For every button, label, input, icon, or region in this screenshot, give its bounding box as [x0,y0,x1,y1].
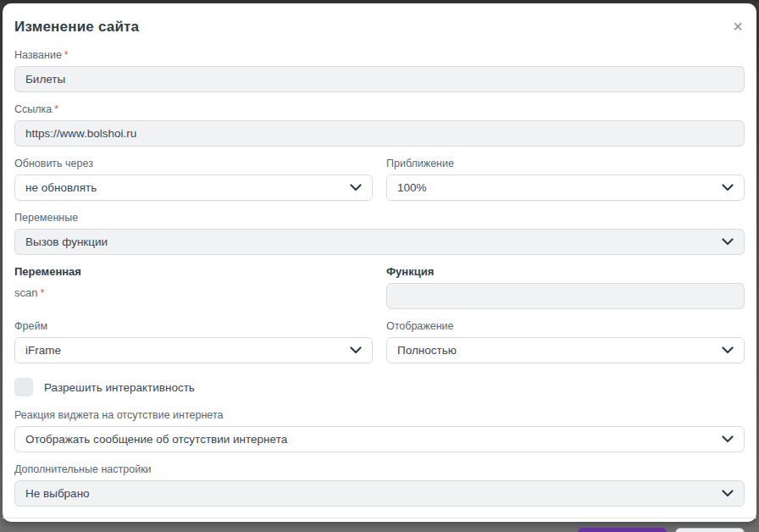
function-input[interactable] [386,283,745,309]
offline-label: Реакция виджета на отсутствие интернета [14,409,745,421]
frame-label: Фрейм [14,320,373,332]
footer-buttons: Сохранить Отмена [578,528,745,532]
row-frame-display: Фрейм iFrame Отображение Полностью [14,320,745,374]
offline-value: Отображать сообщение об отсутствии интер… [25,433,713,446]
extra-select[interactable]: Не выбрано [14,480,745,507]
required-asterisk: * [64,49,69,61]
extra-label: Дополнительные настройки [14,463,745,475]
function-label: Функция [386,266,745,278]
chevron-down-icon [722,238,734,246]
field-url: Ссылка* [14,103,745,147]
field-refresh: Обновить через не обновлять [14,158,373,201]
field-offline: Реакция виджета на отсутствие интернета … [14,409,745,452]
display-select[interactable]: Полностью [386,337,745,363]
url-label-text: Ссылка [14,103,52,115]
modal-title: Изменение сайта [14,19,139,36]
name-input[interactable] [14,66,745,92]
extra-value: Не выбрано [25,487,713,500]
chevron-down-icon [722,346,734,354]
field-variables: Переменные Вызов функции [14,212,745,255]
field-frame: Фрейм iFrame [14,320,373,363]
edit-site-modal: Изменение сайта × Название* Ссылка* Обно… [3,3,756,522]
row-variable-function: Переменная scan* Функция [14,266,745,320]
chevron-down-icon [722,435,734,443]
row-refresh-zoom: Обновить через не обновлять Приближение … [14,158,745,212]
interactivity-label: Разрешить интерактивность [44,381,195,394]
chevron-down-icon [722,490,734,497]
variable-name: scan* [14,286,373,299]
variables-label: Переменные [14,212,745,224]
zoom-label: Приближение [386,158,745,169]
save-button[interactable]: Сохранить [578,528,666,532]
field-variable: Переменная scan* [14,266,373,309]
name-label-text: Название [14,49,62,61]
field-function: Функция [386,266,745,309]
field-interactivity: Разрешить интерактивность [14,378,745,396]
zoom-value: 100% [397,181,713,194]
variables-select[interactable]: Вызов функции [14,229,745,255]
refresh-value: не обновлять [25,181,341,194]
chevron-down-icon [722,184,734,191]
refresh-select[interactable]: не обновлять [14,175,373,201]
chevron-down-icon [350,346,362,354]
field-display: Отображение Полностью [386,320,745,363]
offline-select[interactable]: Отображать сообщение об отсутствии интер… [14,426,745,452]
required-asterisk: * [54,103,58,115]
zoom-select[interactable]: 100% [386,175,745,201]
field-zoom: Приближение 100% [386,158,745,201]
variable-label: Переменная [14,266,373,278]
modal-header: Изменение сайта × [14,19,745,36]
frame-select[interactable]: iFrame [14,337,373,363]
url-label: Ссылка* [14,103,745,115]
cancel-button[interactable]: Отмена [675,528,745,532]
url-input[interactable] [14,120,745,147]
chevron-down-icon [350,184,362,191]
name-label: Название* [14,49,745,61]
display-label: Отображение [386,320,745,332]
display-value: Полностью [397,344,713,357]
field-name: Название* [14,49,745,92]
variables-value: Вызов функции [25,236,713,248]
frame-value: iFrame [25,344,341,357]
refresh-label: Обновить через [14,158,373,169]
required-asterisk: * [40,286,44,299]
interactivity-checkbox[interactable] [14,378,33,396]
close-icon[interactable]: × [731,19,745,34]
field-extra: Дополнительные настройки Не выбрано [14,463,745,507]
modal-footer: *- обязательно для заполнения Сохранить … [3,518,756,532]
variable-name-text: scan [14,286,37,299]
